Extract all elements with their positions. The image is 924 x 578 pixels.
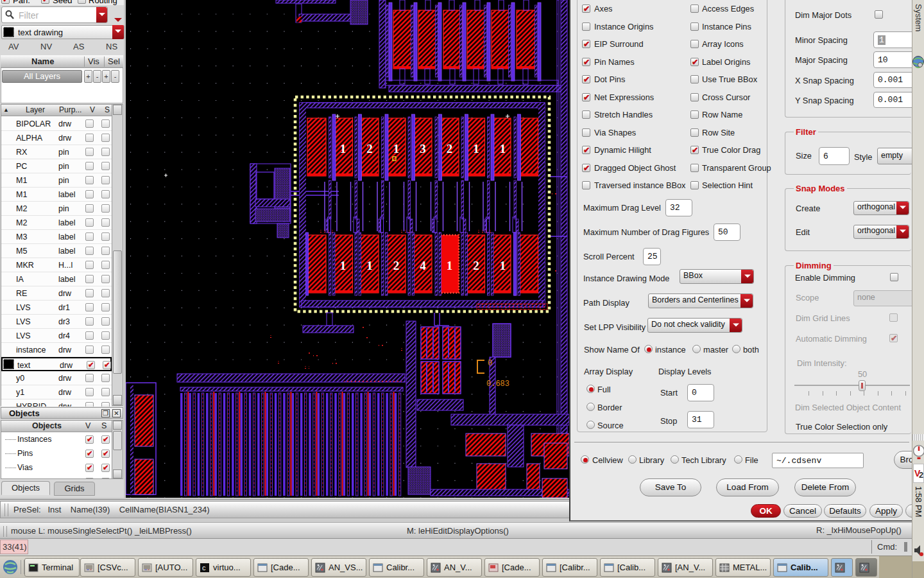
svg-text:1: 1 xyxy=(473,142,479,155)
svg-text:0.683: 0.683 xyxy=(486,380,509,389)
svg-text:1: 1 xyxy=(500,142,506,155)
svg-text:2: 2 xyxy=(447,142,453,155)
svg-text:1: 1 xyxy=(500,259,506,272)
svg-text:2: 2 xyxy=(393,259,400,272)
svg-text:3: 3 xyxy=(420,142,426,155)
svg-text:4: 4 xyxy=(420,259,426,272)
svg-text:2: 2 xyxy=(366,142,373,155)
svg-text:1: 1 xyxy=(393,142,400,155)
svg-text:2: 2 xyxy=(473,259,479,272)
svg-text:c: c xyxy=(202,564,206,572)
svg-text:1: 1 xyxy=(447,259,453,272)
svg-text:1: 1 xyxy=(340,259,346,272)
svg-text:1: 1 xyxy=(366,259,373,272)
svg-text:0: 0 xyxy=(488,359,492,368)
svg-text:1: 1 xyxy=(340,142,346,155)
